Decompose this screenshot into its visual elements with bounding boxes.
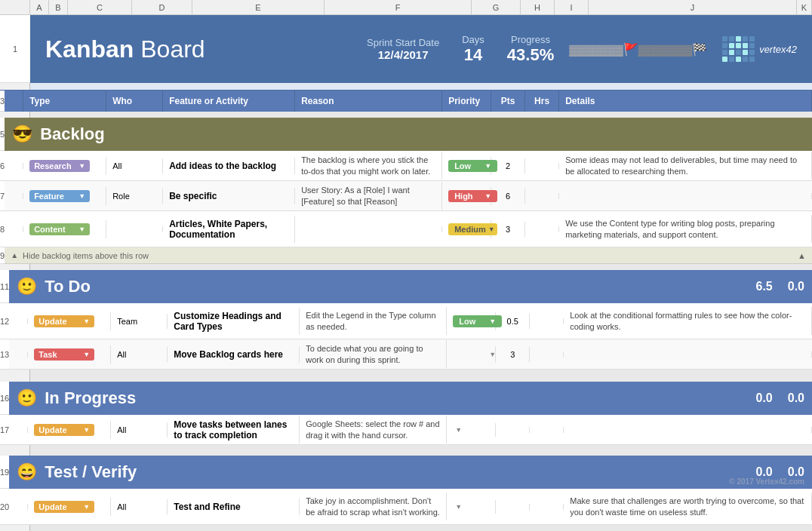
progress-info: Progress 43.5% (507, 34, 554, 65)
type-dropdown-arrow[interactable]: ▼ (78, 162, 85, 170)
cell-row20-type: Update ▼ (28, 498, 111, 516)
type-dropdown-arrow-8[interactable]: ▼ (78, 226, 85, 233)
priority-empty-20[interactable]: ▼ (453, 503, 462, 511)
row-num-11: 11 (0, 270, 9, 303)
row-num-13: 13 (0, 339, 9, 370)
spacer-10 (30, 264, 812, 270)
cell-row17-details (564, 427, 812, 433)
type-badge-feature[interactable]: Feature ▼ (29, 190, 90, 202)
cell-row12-who: Team (111, 314, 168, 329)
col-header-who: Who (106, 91, 163, 112)
testverify-title: Test / Verify (45, 462, 137, 482)
inprogress-header: 🙂 In Progress 0.0 0.0 (9, 382, 812, 415)
sprint-label: Sprint Start Date (367, 37, 439, 48)
type-dropdown-arrow-7[interactable]: ▼ (78, 192, 85, 200)
type-badge-update-12[interactable]: Update ▼ (34, 315, 94, 327)
priority-badge-medium-8[interactable]: Medium ▼ (448, 223, 497, 235)
cell-row13-priority: ▼ (447, 346, 496, 363)
type-dropdown-12[interactable]: ▼ (83, 318, 90, 325)
type-badge-content[interactable]: Content ▼ (29, 223, 90, 235)
todo-section-row: 11 🙂 To Do 6.5 0.0 (0, 270, 812, 303)
priority-badge-high-7[interactable]: High ▼ (448, 190, 497, 202)
cell-row8-details: We use the Content type for writing blog… (559, 215, 812, 243)
logo-dot (722, 57, 727, 62)
priority-dropdown-12[interactable]: ▼ (489, 318, 496, 325)
cell-row6-a (5, 163, 23, 169)
type-badge-update-20[interactable]: Update ▼ (34, 501, 94, 513)
cell-row12-priority: Low ▼ (447, 312, 496, 330)
cell-row12-type: Update ▼ (28, 312, 111, 330)
inprogress-pts: 0.0 (756, 391, 773, 405)
row-num-4 (0, 112, 30, 118)
backlog-data-row-3: Content ▼ Articles, White Papers, Docume… (5, 211, 812, 247)
cell-row13-hrs (530, 351, 564, 358)
priority-label-12: Low (459, 317, 475, 326)
spacer-row-4 (0, 112, 812, 118)
row-num-16: 16 (0, 382, 9, 415)
backlog-header: 😎 Backlog (5, 118, 812, 151)
progress-bar-empty: ▓▓▓▓▓▓▓ (638, 44, 692, 56)
type-badge-research[interactable]: Research ▼ (29, 160, 90, 172)
logo-dot (743, 57, 748, 62)
type-badge-update-17[interactable]: Update ▼ (34, 424, 94, 436)
type-content-label: Content (34, 225, 66, 234)
feature-value-13: Move Backlog cards here (174, 349, 283, 360)
priority-badge-low-12[interactable]: Low ▼ (453, 315, 502, 327)
priority-empty-17[interactable]: ▼ (453, 426, 462, 434)
cell-row13-a (9, 351, 28, 358)
type-dropdown-17[interactable]: ▼ (83, 426, 90, 434)
details-value-8: We use the Content type for writing blog… (565, 218, 805, 240)
freeze-row-num (0, 83, 30, 90)
row-num-18 (0, 445, 30, 456)
todo-row-1: 12 Update ▼ Team Customize Headings and … (0, 303, 812, 339)
who-value-17: All (117, 425, 126, 434)
type-dropdown-20[interactable]: ▼ (83, 503, 90, 511)
logo-dot (749, 57, 755, 62)
inprogress-pts-hrs: 0.0 0.0 (756, 391, 805, 405)
cell-row7-who: Role (106, 189, 163, 204)
spacer-row-1415 (0, 370, 812, 382)
type-feature-label: Feature (34, 192, 64, 201)
type-task-label-13: Task (38, 350, 57, 359)
priority-badge-low-6[interactable]: Low ▼ (448, 160, 497, 172)
spacer-row-10 (0, 264, 812, 270)
col-header-priority: Priority (442, 91, 491, 112)
priority-dropdown-13[interactable]: ▼ (489, 351, 496, 358)
priority-dropdown-17[interactable]: ▼ (455, 426, 462, 434)
cell-row6-priority: Low ▼ (442, 157, 491, 175)
logo-dot (729, 43, 734, 48)
priority-dropdown-6[interactable]: ▼ (484, 162, 491, 170)
todo-hrs: 0.0 (788, 280, 804, 293)
cell-row12-pts: 0.5 (496, 314, 530, 329)
type-dropdown-13[interactable]: ▼ (83, 351, 90, 358)
cell-row20-who: All (111, 499, 168, 514)
cell-row20-details: Make sure that challenges are worth tryi… (564, 493, 812, 520)
cell-row20-hrs (530, 504, 564, 510)
logo-dot (743, 36, 748, 41)
row-num-20: 20 (0, 489, 9, 525)
cell-row17-feature: Move tasks between lanes to track comple… (168, 416, 300, 444)
cell-row12-feature: Customize Headings and Card Types (168, 308, 300, 335)
days-label: Days (462, 34, 484, 45)
hide-backlog-bar[interactable]: ▲ Hide backlog items above this row ▲ (5, 247, 812, 264)
reason-value-7: User Story: As a [Role] I want [Feature]… (301, 185, 435, 207)
freeze-indicator-row (0, 83, 812, 91)
testverify-section-row: 19 😄 Test / Verify 0.0 0.0 © 2017 Vertex… (0, 456, 812, 489)
priority-dropdown-7[interactable]: ▼ (484, 192, 491, 200)
todo-row-2: 13 Task ▼ All Move Backlog cards here To… (0, 339, 812, 370)
cell-row20-a (9, 504, 28, 510)
todo-data-row-1: Update ▼ Team Customize Headings and Car… (9, 303, 812, 339)
priority-dropdown-20[interactable]: ▼ (455, 503, 462, 511)
type-badge-task-13[interactable]: Task ▼ (34, 348, 94, 361)
priority-label-6: Low (454, 161, 471, 170)
reason-value-13: To decide what you are going to work on … (306, 343, 440, 365)
backlog-title: Backlog (40, 124, 105, 144)
cell-row17-a (9, 427, 28, 433)
testverify-data-row-1: Update ▼ All Test and Refine Take joy in… (9, 489, 812, 525)
spacer-row-2122 (0, 525, 812, 531)
priority-empty-13[interactable]: ▼ (453, 349, 502, 360)
cell-row7-feature: Be specific (163, 188, 295, 204)
kanban-title: Kanban Board (45, 35, 367, 63)
progress-label: Progress (507, 34, 554, 45)
feature-value-7: Be specific (169, 191, 217, 201)
